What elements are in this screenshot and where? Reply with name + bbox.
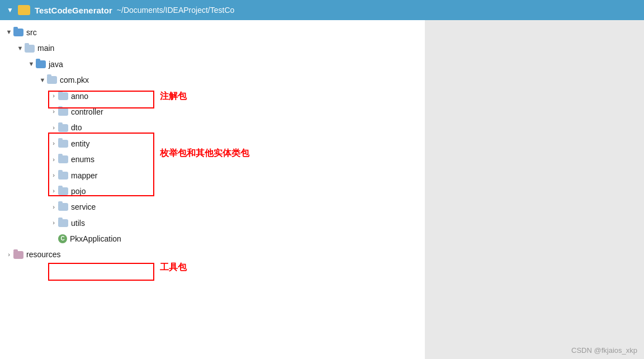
tree-item-src[interactable]: ▼ src — [0, 25, 425, 40]
tree-item-service[interactable]: › service — [0, 199, 425, 215]
chevron-pojo: › — [49, 186, 58, 196]
project-folder-icon — [18, 5, 30, 15]
folder-icon-java — [36, 60, 46, 68]
folder-icon-controller — [58, 108, 68, 116]
project-path: ~/Documents/IDEAProject/TestCo — [117, 6, 234, 15]
label-com-pkx: com.pkx — [60, 74, 89, 86]
label-anno: anno — [71, 90, 88, 102]
chevron-utils: › — [49, 218, 58, 228]
tree-item-controller[interactable]: › controller — [0, 104, 425, 120]
tree-item-resources[interactable]: › resources — [0, 247, 425, 262]
label-java: java — [49, 58, 63, 70]
chevron-entity: › — [49, 139, 58, 149]
chevron-controller: › — [49, 107, 58, 117]
label-entity: entity — [71, 138, 89, 150]
expand-chevron[interactable]: ▼ — [7, 6, 13, 14]
tree-item-anno[interactable]: › anno — [0, 88, 425, 104]
tree-item-enums[interactable]: › enums — [0, 152, 425, 167]
folder-icon-main — [25, 45, 35, 53]
label-resources: resources — [26, 248, 60, 261]
folder-icon-pojo — [58, 187, 68, 195]
label-pojo: pojo — [71, 185, 86, 197]
chevron-src: ▼ — [4, 27, 13, 37]
chevron-com-pkx: ▼ — [38, 75, 47, 86]
chevron-mapper: › — [49, 171, 58, 181]
spring-icon: C — [58, 234, 67, 243]
label-pkx-application: PkxApplication — [70, 233, 121, 245]
label-service: service — [71, 201, 96, 213]
folder-icon-resources — [13, 251, 23, 259]
tree-item-pkx-application[interactable]: C PkxApplication — [0, 231, 425, 247]
label-utils: utils — [71, 217, 85, 229]
label-main: main — [37, 42, 54, 54]
chevron-anno: › — [49, 91, 58, 101]
label-enums: enums — [71, 153, 94, 166]
title-bar: ▼ TestCodeGenerator ~/Documents/IDEAProj… — [0, 0, 644, 20]
label-src: src — [26, 26, 37, 39]
file-tree-panel[interactable]: ▼ src ▼ main ▼ java ▼ com.pkx — [0, 20, 425, 359]
chevron-enums: › — [49, 155, 58, 165]
main-content: ▼ src ▼ main ▼ java ▼ com.pkx — [0, 20, 644, 359]
chevron-resources: › — [4, 250, 13, 260]
folder-icon-enums — [58, 155, 68, 163]
chevron-dto: › — [49, 123, 58, 133]
folder-icon-src — [13, 29, 23, 36]
tree-item-java[interactable]: ▼ java — [0, 56, 425, 72]
tree-item-dto[interactable]: › dto — [0, 120, 425, 135]
utils-annotation-box — [48, 263, 154, 281]
utils-annotation-label: 工具包 — [160, 262, 187, 273]
folder-icon-dto — [58, 124, 68, 132]
label-mapper: mapper — [71, 169, 97, 182]
watermark-text: CSDN @fkjaios_xkp — [571, 346, 637, 355]
tree-item-utils[interactable]: › utils — [0, 215, 425, 231]
tree-container: ▼ src ▼ main ▼ java ▼ com.pkx — [0, 25, 425, 263]
tree-item-pojo[interactable]: › pojo — [0, 183, 425, 199]
tree-item-entity[interactable]: › entity — [0, 136, 425, 152]
chevron-service: › — [49, 202, 58, 212]
folder-icon-service — [58, 203, 68, 211]
folder-icon-entity — [58, 140, 68, 148]
label-controller: controller — [71, 106, 103, 118]
chevron-java: ▼ — [27, 59, 36, 69]
folder-icon-com-pkx — [47, 76, 57, 84]
tree-item-main[interactable]: ▼ main — [0, 40, 425, 56]
tree-item-com-pkx[interactable]: ▼ com.pkx — [0, 72, 425, 88]
project-title: TestCodeGenerator — [35, 6, 112, 15]
chevron-main: ▼ — [16, 44, 25, 54]
folder-icon-mapper — [58, 172, 68, 180]
folder-icon-anno — [58, 92, 68, 100]
folder-icon-utils — [58, 219, 68, 227]
right-panel: CSDN @fkjaios_xkp — [425, 20, 644, 359]
label-dto: dto — [71, 121, 82, 134]
tree-item-mapper[interactable]: › mapper — [0, 168, 425, 183]
